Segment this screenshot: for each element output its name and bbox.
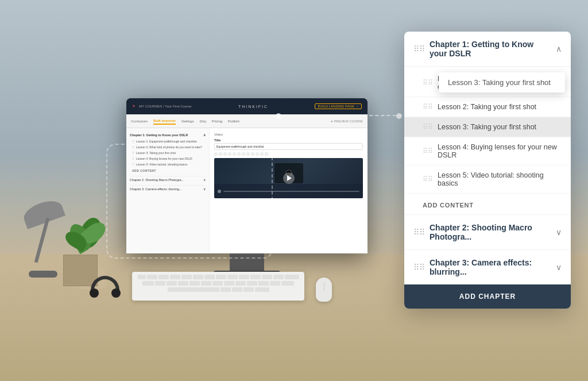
chapter3-chevron-icon[interactable]: ∨ xyxy=(556,263,562,272)
chapter3-section: ⠿⠿ Chapter 3: Camera effects: blurring..… xyxy=(404,249,571,284)
breadcrumb-small: MY COURSES / Your First Course xyxy=(139,105,192,108)
lesson-tooltip: Lesson 3: Taking your first shot xyxy=(439,72,565,93)
headphones xyxy=(89,276,121,307)
lesson2-drag-handle[interactable]: ⠿⠿ xyxy=(423,103,433,111)
chapter1-chevron-icon[interactable]: ∧ xyxy=(556,44,562,53)
connector-dot-left xyxy=(276,113,281,119)
tab-curriculum-small[interactable]: Curriculum xyxy=(131,118,148,124)
chapter1-header[interactable]: ⠿⠿ Chapter 1: Getting to Know your DSLR … xyxy=(404,32,571,67)
brand-small: THINKIFIC xyxy=(192,105,315,109)
keyboard xyxy=(132,272,304,301)
lamp xyxy=(23,197,69,278)
build-landing-small: BUILD LANDING PAGE → xyxy=(315,103,362,109)
monitor-highlight xyxy=(106,144,273,259)
connector-line xyxy=(276,115,402,116)
chapter1-title: Chapter 1: Getting to Know your DSLR xyxy=(430,40,551,58)
lesson3-drag-handle[interactable]: ⠿⠿ xyxy=(423,123,433,131)
lesson-item-5[interactable]: ⠿⠿ Lesson 5: Video tutorial: shooting ba… xyxy=(404,166,571,194)
screen-video-label: Video xyxy=(214,133,363,136)
connector-dot-right xyxy=(396,113,402,119)
lamp-head xyxy=(21,197,65,229)
lesson1-drag-handle[interactable]: ⠿⠿ xyxy=(423,79,433,87)
lesson-item-2[interactable]: ⠿⠿ Lesson 2: Taking your first shot xyxy=(404,97,571,117)
tab-settings-small[interactable]: Settings xyxy=(181,118,194,124)
chapter2-title: Chapter 2: Shooting Macro Photogra... xyxy=(430,223,551,241)
mouse-scroll-wheel xyxy=(324,282,324,291)
lamp-base xyxy=(29,271,57,278)
screen-tabs: Curriculum Bulk Importer Settings Drip P… xyxy=(126,114,368,128)
lesson4-drag-handle[interactable]: ⠿⠿ xyxy=(423,147,433,155)
screen-topbar: ✕ MY COURSES / Your First Course THINKIF… xyxy=(126,98,368,114)
lesson-item-3[interactable]: ⠿⠿ Lesson 3: Taking your first shot xyxy=(404,117,571,137)
lesson-item-4[interactable]: ⠿⠿ Lesson 4: Buying lenses for your new … xyxy=(404,137,571,166)
add-chapter-button[interactable]: ADD CHAPTER xyxy=(404,284,571,309)
chapter3-title: Chapter 3: Camera effects: blurring... xyxy=(430,258,551,276)
lesson5-drag-handle[interactable]: ⠿⠿ xyxy=(423,175,433,183)
screen-play-btn[interactable] xyxy=(283,172,295,184)
add-content-button[interactable]: ADD CONTENT xyxy=(404,196,571,214)
chapter3-drag-handle[interactable]: ⠿⠿ xyxy=(413,263,425,272)
chapter2-drag-handle[interactable]: ⠿⠿ xyxy=(413,228,425,237)
screen-title-label: Title xyxy=(214,138,363,142)
chapter1-section: ⠿⠿ Chapter 1: Getting to Know your DSLR … xyxy=(404,32,571,214)
lesson5-text: Lesson 5: Video tutorial: shooting basic… xyxy=(438,171,562,187)
tab-drip-small[interactable]: Drip xyxy=(200,118,206,124)
chapter2-chevron-icon[interactable]: ∨ xyxy=(556,228,562,237)
preview-course-small[interactable]: ●PREVIEW COURSE xyxy=(331,120,363,123)
lesson-tooltip-text: Lesson 3: Taking your first shot xyxy=(448,78,551,87)
tab-bulk-importer-small[interactable]: Bulk Importer xyxy=(153,118,176,125)
tab-publish-small[interactable]: Publish xyxy=(228,118,239,124)
lesson3-text: Lesson 3: Taking your first shot xyxy=(438,123,562,131)
chapter2-section: ⠿⠿ Chapter 2: Shooting Macro Photogra...… xyxy=(404,214,571,249)
chapter1-drag-handle[interactable]: ⠿⠿ xyxy=(413,44,425,53)
chapter2-header[interactable]: ⠿⠿ Chapter 2: Shooting Macro Photogra...… xyxy=(404,215,571,249)
lesson4-text: Lesson 4: Buying lenses for your new DSL… xyxy=(438,143,562,159)
screen-chapter1-header: Chapter 1: Getting to Know your DSLR ∧ xyxy=(130,132,206,138)
mouse xyxy=(316,278,332,302)
tab-pricing-small[interactable]: Pricing xyxy=(212,118,222,124)
lesson2-text: Lesson 2: Taking your first shot xyxy=(438,103,562,111)
chapter3-header[interactable]: ⠿⠿ Chapter 3: Camera effects: blurring..… xyxy=(404,250,571,284)
